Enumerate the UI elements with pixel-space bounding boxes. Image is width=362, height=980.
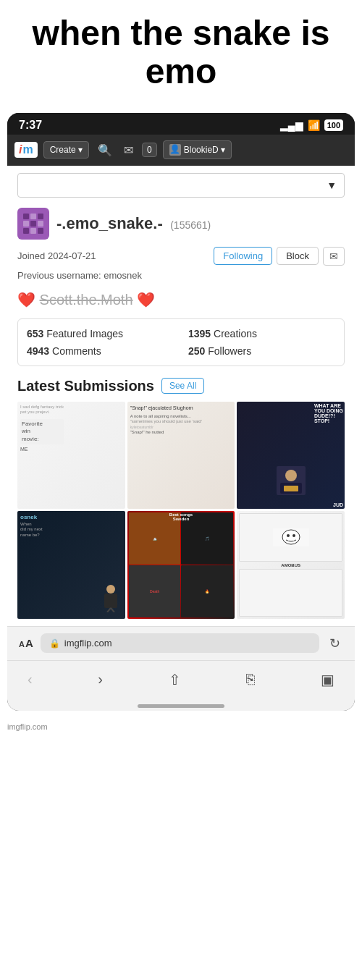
user-avatar-icon: 👤 [169,144,181,156]
thumbnail-3[interactable]: WHAT AREYOU DOINGDUDE!?!STOP! JUD [237,402,345,510]
page-content: ▼ -.emo_snake.- (155661) [7,166,355,626]
url-bar[interactable]: 🔒 imgflip.com [41,633,319,653]
logo-m: m [22,143,33,156]
svg-point-20 [292,534,295,537]
see-all-button[interactable]: See All [161,378,204,394]
bio-strikethrough: Scott.the.Moth [40,292,133,308]
meme-header: when the snake is emo [0,0,362,113]
svg-point-10 [285,470,297,481]
stat-comments: 4943 Comments [27,345,174,357]
stats-grid: 653 Featured Images 1395 Creations 4943 … [17,318,345,366]
tabs-button[interactable]: ▣ [315,668,340,691]
thumbnail-5[interactable]: 🏔️ 🎵 Death 🔥 Best songsSweden [127,511,235,619]
stat-creations-value: 1395 [188,328,211,339]
stat-creations: 1395 Creations [188,328,335,339]
thumbnail-1[interactable]: I sad defg fantasy trickpet you prejevi.… [17,402,125,510]
svg-rect-1 [30,214,36,219]
thumbnail-2[interactable]: "Snap!" ejaculated Slughorn A note to al… [127,402,235,510]
svg-line-15 [107,608,111,612]
stat-comments-value: 4943 [27,345,49,357]
svg-rect-14 [104,594,117,608]
svg-rect-4 [30,221,36,227]
signal-icon: ▂▄▆ [280,119,303,131]
svg-rect-3 [23,221,29,227]
avatar-svg [20,211,46,237]
profile-name-row: -.emo_snake.- (155661) [56,214,211,233]
message-button[interactable]: ✉ [323,247,345,266]
browser-bottom-bar: A A 🔒 imgflip.com ↻ [7,626,355,660]
svg-point-13 [106,585,115,594]
stat-followers: 250 Followers [188,345,335,357]
profile-username: -.emo_snake.- [56,214,163,232]
username-nav: BlookieD ▾ [184,145,225,155]
browser-header: i m Create ▾ 🔍 ✉ 0 👤 BlookieD ▾ [7,135,355,166]
svg-rect-5 [38,221,43,227]
manga-panel-1-svg [273,528,309,546]
following-button[interactable]: Following [214,247,272,265]
forward-button[interactable]: › [92,668,109,690]
bottom-navigation: ‹ › ⇧ ⎘ ▣ [7,660,355,698]
dark-art-svg [100,583,122,612]
thumbnail-4[interactable]: osnek Whendid my nextname be? [17,511,125,619]
svg-point-18 [282,530,300,544]
battery-indicator: 100 [324,119,343,131]
submissions-title: Latest Submissions [17,378,154,394]
stat-followers-value: 250 [188,345,205,357]
svg-line-16 [111,608,114,612]
reload-button[interactable]: ↻ [327,633,343,654]
url-text: imgflip.com [64,638,112,649]
font-size-toggle[interactable]: A A [19,637,33,649]
bookmarks-button[interactable]: ⎘ [240,668,261,690]
phone-frame: 7:37 ▂▄▆ 📶 100 i m Create ▾ 🔍 ✉ 0 👤 Bloo… [7,113,355,711]
status-icons: ▂▄▆ 📶 100 [280,119,343,131]
svg-rect-6 [23,228,29,234]
font-large-label: A [25,637,33,649]
svg-rect-12 [284,486,298,491]
thumb-4-text: osnek Whendid my nextname be? [19,512,44,540]
home-indicator [7,698,355,711]
share-button[interactable]: ⇧ [163,668,187,691]
home-bar [138,704,224,708]
create-button[interactable]: Create ▾ [43,141,89,159]
avatar [17,208,49,240]
action-buttons: Following Block ✉ [214,247,345,266]
svg-rect-7 [30,228,36,234]
previous-username: Previous username: emosnek [17,270,345,281]
search-button[interactable]: 🔍 [95,140,115,160]
search-dropdown[interactable]: ▼ [17,173,345,198]
meme-title: when the snake is emo [14,14,348,91]
logo-i: i [19,143,22,156]
profile-avatar-row: -.emo_snake.- (155661) [17,208,345,240]
block-button[interactable]: Block [277,247,319,265]
submissions-header: Latest Submissions See All [17,378,345,394]
notification-badge: 0 [142,143,157,157]
stat-featured: 653 Featured Images [27,328,174,339]
imgflip-logo: i m [14,142,38,158]
status-bar: 7:37 ▂▄▆ 📶 100 [7,113,355,135]
thumbnail-6[interactable]: AMOBUS [237,511,345,619]
thumb-1-text: I sad defg fantasy trickpet you prejevi.… [19,403,65,455]
profile-userid: (155661) [170,219,211,231]
manga-thumb-svg [273,462,309,499]
mail-icon[interactable]: ✉ [121,140,136,160]
wifi-icon: 📶 [308,119,320,131]
stat-featured-value: 653 [27,328,43,339]
chevron-down-icon: ▼ [327,179,337,191]
lock-icon: 🔒 [49,638,60,649]
joined-row: Joined 2024-07-21 Following Block ✉ [17,247,345,266]
user-menu[interactable]: 👤 BlookieD ▾ [163,140,232,159]
thumb-2-text: "Snap!" ejaculated Slughorn A note to al… [129,403,203,437]
bio: ❤️ Scott.the.Moth ❤️ [17,291,345,308]
status-time: 7:37 [19,119,42,132]
back-button[interactable]: ‹ [22,668,38,690]
svg-point-19 [287,534,290,537]
font-small-label: A [19,640,25,649]
bio-text: ❤️ Scott.the.Moth ❤️ [17,292,155,308]
joined-date: Joined 2024-07-21 [17,250,96,261]
svg-rect-2 [38,214,43,219]
attribution: imgflip.com [0,718,362,735]
browser-nav: i m Create ▾ 🔍 ✉ 0 👤 BlookieD ▾ [14,140,348,160]
svg-rect-0 [23,214,29,219]
svg-rect-8 [38,228,43,234]
image-grid: I sad defg fantasy trickpet you prejevi.… [17,402,345,619]
